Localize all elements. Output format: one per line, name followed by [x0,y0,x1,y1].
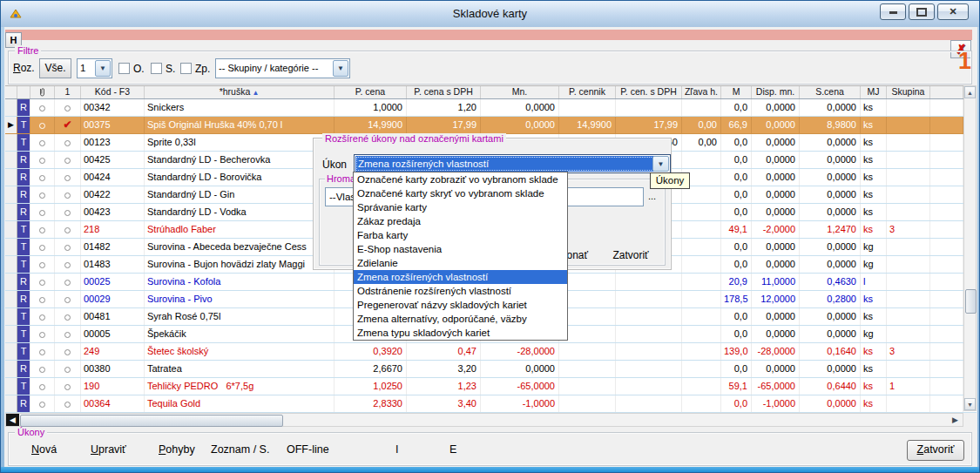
cell-t: T [17,256,30,273]
column-header-name[interactable]: *hruška ▲ [145,86,335,98]
table-row[interactable]: R00342Snickers1,00001,200,00000,00,00000… [5,99,977,117]
upravit-button[interactable]: Upraviť [91,443,126,456]
vertical-scroll-thumb[interactable] [965,289,977,314]
cell-sc: 0,1640 [800,343,861,360]
dropdown-item[interactable]: Správanie karty [354,200,567,214]
cell-disp: 0,0000 [752,152,800,168]
column-header-kod[interactable]: Kód - F3 [81,86,145,98]
horizontal-scroll-thumb[interactable] [20,415,283,427]
column-header-cen[interactable]: P. cennik [559,86,616,98]
column-header-mj[interactable]: MJ [861,86,887,98]
cell-t: T [17,134,30,151]
dropdown-item[interactable]: Zmena typu skladových kariet [354,326,567,340]
dropdown-item[interactable]: Farba karty [354,228,567,242]
dropdown-item[interactable]: Označené karty skryť vo vybranom sklade [354,186,567,200]
cell-cend [616,99,682,116]
maximize-button[interactable] [909,3,935,20]
cell-zl [682,204,721,220]
scroll-right-icon[interactable]: ▶ [949,414,962,426]
cell-sel [5,99,17,116]
cell-t: R [17,99,30,116]
cell-one [55,239,81,255]
column-header-m[interactable]: M [721,86,752,98]
chevron-down-icon[interactable]: ▼ [652,156,669,172]
cell-sel [5,395,17,412]
vertical-scrollbar[interactable]: ▲ ▼ [963,85,977,411]
column-header-pc[interactable]: P. cena [335,86,407,98]
vse-button[interactable]: Vše. [39,58,71,78]
record-dot-icon [64,158,71,164]
cell-name: Tehličky PEDRO 6*7,5g [145,378,335,395]
dropdown-item[interactable]: Označené karty zobraziť vo vybranom skla… [354,172,567,186]
cell-name: Sprite 0,33l [145,134,335,151]
zoznam-button[interactable]: Zoznam / S. [211,443,269,456]
cell-one [55,378,81,395]
ukon-combobox[interactable]: Zmena rozšírených vlastností ▼ [354,154,671,173]
table-row[interactable]: T190Tehličky PEDRO 6*7,5g1,02501,23-65,0… [5,378,977,395]
cell-t: R [17,152,30,168]
e-button[interactable]: E [449,443,456,456]
checkbox-s[interactable] [151,63,162,74]
cell-cend [616,361,682,377]
close-button[interactable]: ✕ [937,3,969,20]
dropdown-item[interactable]: Zmena alternatívy, odporúčané, väzby [354,312,567,326]
column-header-clip[interactable] [30,86,55,98]
column-header-sc[interactable]: S.cena [800,86,861,98]
pohyby-button[interactable]: Pohyby [159,443,195,456]
scroll-down-icon[interactable]: ▼ [964,398,976,410]
cell-t: R [17,395,30,412]
cell-sc: 0,0000 [800,239,861,255]
cell-clip [30,117,55,133]
record-dot-icon [39,245,45,251]
dropdown-item[interactable]: Zmena rozšírených vlastností [354,270,567,284]
count-select-value: 1 [80,59,96,78]
column-header-sk[interactable]: Skupina [887,86,930,98]
zatvorit-button[interactable]: Zatvoriť [907,440,964,461]
dropdown-item[interactable]: Zdielanie [354,256,567,270]
roz-label[interactable]: Roz. [13,62,35,74]
table-row[interactable]: R00364Tequila Gold2,83303,40-1,00000,0-1… [5,395,977,413]
table-row[interactable]: ▶T✔00375Spiš Originál Hruška 40% 0,70 l1… [5,117,977,134]
i-button[interactable]: I [395,443,398,456]
count-select[interactable]: 1 ▼ [77,58,112,78]
column-header-pcd[interactable]: P. cena s DPH [407,86,481,98]
scroll-up-icon[interactable]: ▲ [964,86,976,98]
minimize-button[interactable] [880,3,906,20]
record-dot-icon [64,280,71,286]
dropdown-item[interactable]: E-Shop nastavenia [354,242,567,256]
horizontal-scrollbar[interactable]: ◀ ▶ [5,413,963,427]
column-header-mn[interactable]: Mn. [481,86,559,98]
title-bar[interactable]: Skladové karty [1,1,979,27]
cell-sel [5,134,17,151]
cell-sk [887,239,930,255]
cell-fill [930,256,963,273]
column-header-disp[interactable]: Disp. mn. [752,86,800,98]
cell-kod: 00424 [81,169,145,186]
table-row[interactable]: R00380Tatratea2,66703,200,00000,00,00000… [5,361,977,378]
checkbox-zp[interactable] [180,63,192,74]
record-dot-icon [64,227,71,233]
dialog-zatvorit-button[interactable]: Zatvoriť [603,248,659,263]
column-header-one[interactable]: 1 [55,86,81,98]
cell-cen: 14,9900 [559,117,616,133]
dropdown-item[interactable]: Zákaz predaja [354,214,567,228]
checkbox-o[interactable] [118,63,130,74]
table-row[interactable]: T249Štetec školský0,39200,47-28,0000139,… [5,343,977,361]
browse-button[interactable]: ... [648,191,656,201]
nova-button[interactable]: Nová [31,443,57,456]
chevron-down-icon[interactable]: ▼ [333,60,348,77]
column-header-cend[interactable]: P. cen. s DPH [616,86,682,98]
record-dot-icon [39,367,45,373]
cell-cend: 17,99 [616,117,682,133]
column-header-zl[interactable]: Zľava h. [682,86,721,98]
dropdown-item[interactable]: Odstránenie rozšírených vlastností [354,284,567,298]
offline-button[interactable]: OFF-line [287,443,329,456]
chevron-down-icon[interactable]: ▼ [95,60,111,77]
cell-sel [5,343,17,360]
scroll-left-icon[interactable]: ◀ [6,414,19,426]
cell-zl [682,291,721,307]
cell-pcd: 1,20 [407,99,481,116]
cell-one [55,308,81,325]
groups-select[interactable]: -- Skupiny / kategórie -- ▼ [215,58,350,78]
dropdown-item[interactable]: Pregenerovať názvy skladových kariet [354,298,567,312]
